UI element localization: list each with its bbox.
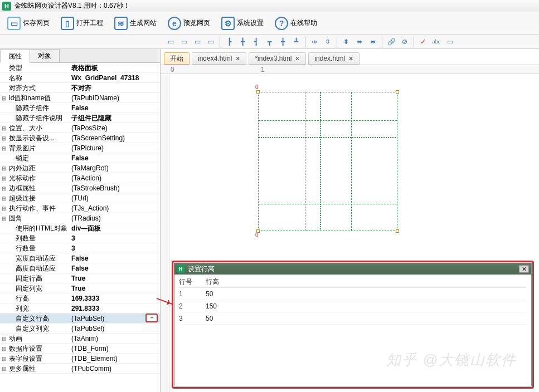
- align-middle-icon[interactable]: ╋: [277, 36, 288, 47]
- property-row[interactable]: 数据库设置(TDB_Form): [0, 344, 160, 354]
- property-value[interactable]: (TaPicture): [69, 143, 160, 153]
- dialog-close-button[interactable]: ✕: [519, 265, 529, 273]
- property-row[interactable]: id值和name值(TaPubIDName): [0, 93, 160, 103]
- property-value[interactable]: False: [69, 263, 160, 273]
- dialog-data-row[interactable]: 150: [179, 288, 527, 300]
- property-row[interactable]: 对齐方式不对齐: [0, 83, 160, 93]
- expand-icon[interactable]: [0, 143, 8, 153]
- property-value[interactable]: True: [69, 273, 160, 283]
- property-row[interactable]: 固定列宽True: [0, 283, 160, 293]
- property-value[interactable]: 不对齐: [69, 83, 160, 92]
- property-row[interactable]: 行高169.3333: [0, 293, 160, 303]
- ellipsis-button[interactable]: ···: [145, 313, 158, 322]
- property-value[interactable]: (TaAction): [69, 173, 160, 183]
- resize-handle[interactable]: [396, 229, 399, 233]
- expand-icon[interactable]: [0, 93, 8, 102]
- property-row[interactable]: 高度自动适应False: [0, 263, 160, 273]
- property-value[interactable]: (TDB_Element): [69, 354, 160, 363]
- property-value[interactable]: (TaScreenSetting): [69, 133, 160, 143]
- property-value[interactable]: (TJs_Action): [69, 203, 160, 213]
- check-tool-icon[interactable]: ✓: [417, 36, 429, 47]
- property-value[interactable]: (TUrl): [69, 193, 160, 203]
- close-icon[interactable]: ✕: [348, 55, 353, 62]
- align-tool-1[interactable]: ▭: [165, 36, 176, 47]
- online-help-button[interactable]: ? 在线帮助: [270, 14, 322, 33]
- property-value[interactable]: (TPubComm): [69, 364, 160, 373]
- tab-objects[interactable]: 对象: [30, 49, 60, 62]
- align-tool-3[interactable]: ▭: [192, 36, 203, 47]
- property-value[interactable]: (TaPubSel): [69, 324, 160, 333]
- property-row[interactable]: 超级连接(TUrl): [0, 193, 160, 203]
- property-row[interactable]: 背景图片(TaPicture): [0, 143, 160, 153]
- expand-icon[interactable]: [0, 344, 8, 353]
- property-value[interactable]: 3: [69, 243, 160, 253]
- tab-start[interactable]: 开始: [164, 52, 190, 65]
- property-value[interactable]: 3: [69, 233, 160, 243]
- dialog-data-row[interactable]: 350: [179, 312, 527, 325]
- unlink-icon[interactable]: ⊘: [399, 36, 410, 47]
- expand-icon[interactable]: [0, 163, 8, 173]
- property-value[interactable]: False: [69, 103, 160, 112]
- property-row[interactable]: 使用的HTML对象div—面板: [0, 223, 160, 233]
- align-right-icon[interactable]: ┫: [250, 36, 261, 47]
- open-project-button[interactable]: ▯ 打开工程: [56, 14, 108, 33]
- tab-index[interactable]: index.html✕: [308, 52, 360, 65]
- close-icon[interactable]: ✕: [295, 55, 300, 62]
- align-top-icon[interactable]: ┳: [264, 36, 275, 47]
- property-row[interactable]: 更多属性(TPubComm): [0, 364, 160, 374]
- size-tool-3[interactable]: ⬌: [367, 36, 378, 47]
- tab-index4[interactable]: index4.html✕: [192, 52, 246, 65]
- resize-handle[interactable]: [256, 229, 260, 233]
- expand-icon[interactable]: [0, 213, 8, 223]
- property-row[interactable]: 固定行高True: [0, 273, 160, 283]
- property-value[interactable]: (TaPubIDName): [69, 93, 160, 102]
- property-row[interactable]: 行数量3: [0, 243, 160, 253]
- property-row[interactable]: 宽度自动适应False: [0, 253, 160, 263]
- close-icon[interactable]: ✕: [235, 55, 240, 62]
- property-row[interactable]: 隐藏子组件False: [0, 103, 160, 113]
- property-value[interactable]: False: [69, 253, 160, 263]
- property-value[interactable]: 表格面板: [69, 63, 160, 72]
- preview-page-button[interactable]: e 预览网页: [163, 14, 215, 33]
- resize-handle[interactable]: [396, 90, 399, 94]
- property-row[interactable]: 表字段设置(TDB_Element): [0, 354, 160, 364]
- size-tool-2[interactable]: ⬌: [354, 36, 365, 47]
- align-center-icon[interactable]: ╋: [237, 36, 248, 47]
- row-height-cell[interactable]: 150: [206, 302, 250, 310]
- extra-tool-icon[interactable]: ▭: [444, 36, 455, 47]
- property-row[interactable]: 圆角(TRadius): [0, 213, 160, 223]
- property-value[interactable]: Wx_GridPanel_47318: [69, 73, 160, 82]
- property-grid[interactable]: 类型表格面板名称Wx_GridPanel_47318对齐方式不对齐id值和nam…: [0, 62, 160, 392]
- align-tool-4[interactable]: ▭: [205, 36, 216, 47]
- row-height-dialog[interactable]: H 设置行高 ✕ 行号 行高 1502150350: [174, 263, 532, 386]
- dialog-data-row[interactable]: 2150: [179, 300, 527, 312]
- expand-icon[interactable]: [0, 133, 8, 143]
- property-row[interactable]: 光标动作(TaAction): [0, 173, 160, 183]
- align-left-icon[interactable]: ┣: [224, 36, 235, 47]
- property-value[interactable]: (TDB_Form): [69, 344, 160, 353]
- property-value[interactable]: (TaAnim): [69, 334, 160, 343]
- property-row[interactable]: 名称Wx_GridPanel_47318: [0, 73, 160, 83]
- tab-attributes[interactable]: 属性: [0, 50, 30, 63]
- expand-icon[interactable]: [0, 123, 8, 133]
- property-row[interactable]: 边框属性(TaStrokeBrush): [0, 183, 160, 193]
- tab-index3[interactable]: *index3.html✕: [249, 52, 306, 65]
- property-row[interactable]: 列宽291.8333: [0, 303, 160, 313]
- expand-icon[interactable]: [0, 364, 8, 373]
- property-value[interactable]: 169.3333: [69, 293, 160, 303]
- property-value[interactable]: (TaStrokeBrush): [69, 183, 160, 193]
- size-tool-1[interactable]: ⬍: [341, 36, 352, 47]
- property-row[interactable]: 列数量3: [0, 233, 160, 243]
- property-value[interactable]: div—面板: [69, 223, 160, 233]
- generate-site-button[interactable]: ≋ 生成网站: [109, 14, 162, 33]
- row-height-cell[interactable]: 50: [206, 315, 250, 322]
- save-page-button[interactable]: ▭ 保存网页: [2, 14, 55, 33]
- expand-icon[interactable]: [0, 203, 8, 213]
- property-value[interactable]: (TaPubSel): [69, 313, 145, 323]
- property-row[interactable]: 按显示设备设...(TaScreenSetting): [0, 133, 160, 143]
- property-value[interactable]: False: [69, 153, 160, 163]
- property-row[interactable]: 锁定False: [0, 153, 160, 163]
- property-row[interactable]: 自定义列宽(TaPubSel): [0, 324, 160, 334]
- expand-icon[interactable]: [0, 193, 8, 203]
- resize-handle[interactable]: [256, 90, 260, 94]
